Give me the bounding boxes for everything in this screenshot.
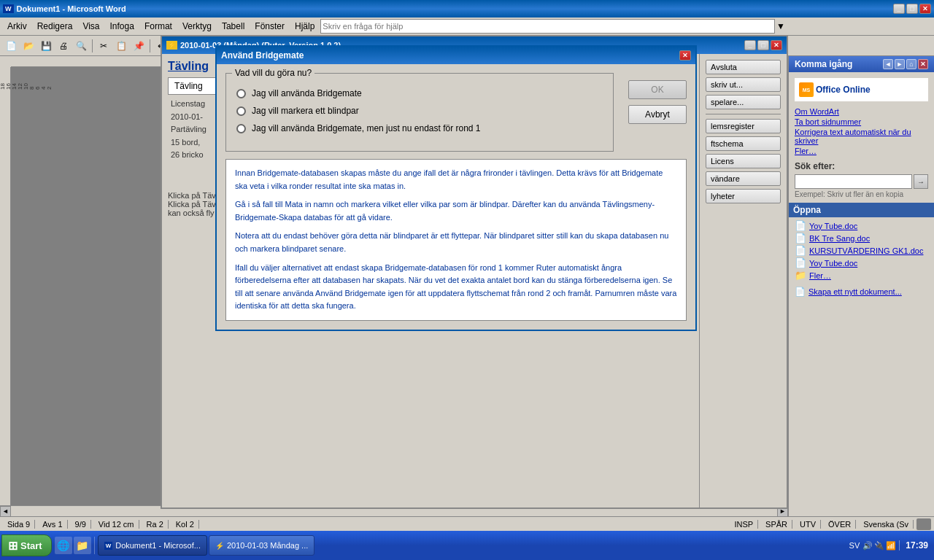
panel-close-button[interactable]: ✕ <box>918 59 928 69</box>
open-item-folder-text[interactable]: Fler… <box>809 271 831 280</box>
help-search-input[interactable] <box>320 19 775 34</box>
btn-skriv[interactable]: skriv ut... <box>706 77 781 92</box>
open-item-4[interactable]: 📄 Yoy Tube.doc <box>795 257 928 268</box>
panel-home-button[interactable]: ⌂ <box>906 59 916 69</box>
dialog-group-legend: Vad vill du göra nu? <box>232 68 314 78</box>
ok-button[interactable]: OK <box>628 80 687 99</box>
panel-search-input[interactable] <box>795 174 912 189</box>
copy-button[interactable]: 📋 <box>113 38 129 54</box>
doc-icon-1: 📄 <box>795 220 806 231</box>
btn-vandare[interactable]: vändare <box>706 171 781 186</box>
taskbar-item-word[interactable]: W Dokument1 - Microsof... <box>98 535 207 556</box>
radio-option-3[interactable]: Jag vill använda Bridgemate, men just nu… <box>236 123 603 133</box>
right-panel: Komma igång ◄ ► ⌂ ✕ MS Office Online <box>788 56 934 516</box>
maximize-button[interactable]: □ <box>906 4 918 14</box>
create-new-item[interactable]: 📄 Skapa ett nytt dokument... <box>795 287 928 297</box>
separator-buttons <box>706 114 781 114</box>
cancel-button[interactable]: Avbryt <box>628 105 687 124</box>
radio-option-2[interactable]: Jag vill markera ett blindpar <box>236 106 603 116</box>
second-close[interactable]: ✕ <box>771 40 782 50</box>
autocorrect-link[interactable]: Korrigera text automatiskt när du skrive… <box>795 128 928 145</box>
dialog-text-4: Ifall du väljer alternativet att endast … <box>235 262 677 313</box>
radio-3[interactable] <box>236 124 246 133</box>
preview-button[interactable]: 🔍 <box>73 38 89 54</box>
status-icon <box>916 518 931 530</box>
start-button[interactable]: ⊞ Start <box>1 534 52 556</box>
remove-page-number-link[interactable]: Ta bort sidnummer <box>795 117 928 126</box>
dialog-info-area: Innan Bridgemate-databasen skapas måste … <box>225 159 687 321</box>
btn-lyheter[interactable]: lyheter <box>706 189 781 203</box>
folder-icon: 📁 <box>795 270 806 281</box>
dialog-container: Använd Bridgemate ✕ Vad vill du göra nu?… <box>215 45 697 331</box>
btn-ftschema[interactable]: ftschema <box>706 136 781 151</box>
taskbar: ⊞ Start 🌐 📁 W Dokument1 - Microsof... ⚡ … <box>0 531 934 560</box>
second-minimize[interactable]: _ <box>744 40 756 50</box>
paste-button[interactable]: 📌 <box>131 38 147 54</box>
btn-licens[interactable]: Licens <box>706 154 781 168</box>
quicklaunch-ie[interactable]: 🌐 <box>55 537 72 554</box>
create-new-text[interactable]: Skapa ett nytt dokument... <box>808 287 902 296</box>
panel-forward-button[interactable]: ► <box>895 59 905 69</box>
save-button[interactable]: 💾 <box>38 38 54 54</box>
panel-back-button[interactable]: ◄ <box>883 59 893 69</box>
doc-icon-3: 📄 <box>795 245 806 256</box>
menu-hjalp[interactable]: Hjälp <box>290 20 319 33</box>
new-button[interactable]: 📄 <box>3 38 19 54</box>
separator1 <box>92 39 93 52</box>
quicklaunch-folder[interactable]: 📁 <box>74 537 91 554</box>
office-online-label: Office Online <box>816 85 871 95</box>
open-item-1-text[interactable]: Yoy Tube.doc <box>809 222 857 230</box>
menu-redigera[interactable]: Redigera <box>33 20 77 33</box>
more-link1[interactable]: Fler… <box>795 147 928 155</box>
search-box: → <box>795 174 928 189</box>
btn-spelare[interactable]: spelare... <box>706 95 781 109</box>
open-item-2[interactable]: 📄 BK Tre Sang.doc <box>795 233 928 244</box>
radio-1-label: Jag vill använda Bridgemate <box>252 88 362 98</box>
open-item-3[interactable]: 📄 KURSUTVÄRDERING GK1.doc <box>795 245 928 256</box>
dialog-title-bar: Använd Bridgemate ✕ <box>217 47 695 64</box>
menu-fonster[interactable]: Fönster <box>250 20 289 33</box>
open-button[interactable]: 📂 <box>20 38 36 54</box>
radio-2[interactable] <box>236 106 246 116</box>
radio-1[interactable] <box>236 89 246 98</box>
menu-verktyg[interactable]: Verktyg <box>178 20 216 33</box>
status-over: ÖVER <box>824 520 856 529</box>
panel-search-button[interactable]: → <box>914 174 928 189</box>
status-pagecount: 9/9 <box>71 520 91 529</box>
taskbar-item-word-label: Dokument1 - Microsof... <box>115 541 201 550</box>
open-item-2-text[interactable]: BK Tre Sang.doc <box>809 234 870 243</box>
quick-launch: 🌐 📁 <box>55 537 95 554</box>
panel-title: Komma igång ◄ ► ⌂ ✕ <box>789 56 934 72</box>
menu-infoga[interactable]: Infoga <box>106 20 139 33</box>
dialog-close-button[interactable]: ✕ <box>679 50 691 61</box>
open-item-folder[interactable]: 📁 Fler… <box>795 270 928 281</box>
close-button[interactable]: ✕ <box>919 4 931 14</box>
menu-bar: Arkiv Redigera Visa Infoga Format Verkty… <box>0 18 934 36</box>
btn-avsluta[interactable]: Avsluta <box>706 60 781 74</box>
second-maximize[interactable]: □ <box>757 40 769 50</box>
radio-option-1[interactable]: Jag vill använda Bridgemate <box>236 88 603 98</box>
status-bar: Sida 9 Avs 1 9/9 Vid 12 cm Ra 2 Kol 2 IN… <box>0 516 934 531</box>
dialog-text-3: Notera att du endast behöver göra detta … <box>235 230 677 255</box>
print-button[interactable]: 🖨 <box>55 38 72 54</box>
status-utv: UTV <box>795 520 821 529</box>
taskbar-item-ruter[interactable]: ⚡ 2010-01-03 Måndag ... <box>209 535 314 556</box>
menu-tabell[interactable]: Tabell <box>217 20 249 33</box>
office-online-section: MS Office Online <box>795 78 928 101</box>
windows-logo: ⊞ <box>8 539 18 553</box>
cut-button[interactable]: ✂ <box>96 38 112 54</box>
panel-content: MS Office Online Om WordArt Ta bort sidn… <box>789 72 934 516</box>
menu-format[interactable]: Format <box>140 20 177 33</box>
menu-visa[interactable]: Visa <box>78 20 104 33</box>
minimize-button[interactable]: _ <box>893 4 905 14</box>
btn-lemsregister[interactable]: lemsregister <box>706 119 781 133</box>
wordart-link[interactable]: Om WordArt <box>795 107 928 116</box>
taskbar-items: W Dokument1 - Microsof... ⚡ 2010-01-03 M… <box>98 535 844 556</box>
open-item-1[interactable]: 📄 Yoy Tube.doc <box>795 220 928 231</box>
help-search-dropdown[interactable]: ▼ <box>776 21 785 31</box>
menu-arkiv[interactable]: Arkiv <box>3 20 31 33</box>
scroll-left[interactable]: ◄ <box>0 506 11 517</box>
open-item-4-text[interactable]: Yoy Tube.doc <box>809 259 857 268</box>
open-item-3-text[interactable]: KURSUTVÄRDERING GK1.doc <box>809 246 923 255</box>
status-spar: SPÅR <box>761 520 792 529</box>
